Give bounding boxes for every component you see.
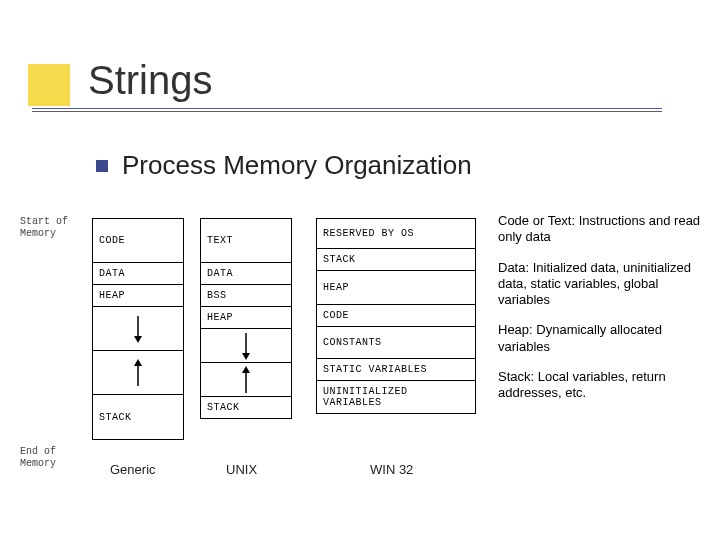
seg-win32-code: CODE (317, 305, 475, 327)
end-of-memory-label: End of Memory (20, 446, 56, 470)
seg-win32-uninit: UNINITIALIZED VARIABLES (317, 381, 475, 413)
column-label-win32: WIN 32 (370, 462, 413, 477)
seg-generic-data: DATA (93, 263, 183, 285)
slide-title: Strings (18, 58, 213, 103)
desc-heap: Heap: Dynamically allocated variables (498, 322, 703, 355)
seg-generic-code: CODE (93, 219, 183, 263)
seg-generic-stack: STACK (93, 395, 183, 439)
seg-generic-down-arrow-icon (93, 307, 183, 351)
column-generic: CODE DATA HEAP STACK (92, 218, 184, 440)
slide-title-block: Strings (18, 58, 213, 103)
svg-marker-1 (134, 336, 142, 343)
seg-unix-down-arrow-icon (201, 329, 291, 363)
bullet-square-icon (96, 160, 108, 172)
title-underline (32, 108, 662, 109)
seg-unix-data: DATA (201, 263, 291, 285)
column-label-unix: UNIX (226, 462, 257, 477)
desc-stack: Stack: Local variables, return addresses… (498, 369, 703, 402)
column-win32: RESERVED BY OS STACK HEAP CODE CONSTANTS… (316, 218, 476, 414)
desc-code: Code or Text: Instructions and read only… (498, 213, 703, 246)
seg-win32-constants: CONSTANTS (317, 327, 475, 359)
seg-win32-reserved: RESERVED BY OS (317, 219, 475, 249)
seg-unix-stack: STACK (201, 397, 291, 418)
seg-generic-heap: HEAP (93, 285, 183, 307)
seg-generic-up-arrow-icon (93, 351, 183, 395)
seg-unix-text: TEXT (201, 219, 291, 263)
seg-unix-up-arrow-icon (201, 363, 291, 397)
slide-subtitle: Process Memory Organization (122, 150, 472, 181)
svg-marker-3 (134, 359, 142, 366)
seg-win32-static: STATIC VARIABLES (317, 359, 475, 381)
seg-unix-heap: HEAP (201, 307, 291, 329)
descriptions: Code or Text: Instructions and read only… (498, 213, 703, 415)
start-of-memory-label: Start of Memory (20, 216, 68, 240)
memory-diagram: Start of Memory End of Memory CODE DATA … (20, 210, 520, 490)
svg-marker-7 (242, 366, 250, 373)
desc-data: Data: Initialized data, uninitialized da… (498, 260, 703, 309)
seg-win32-heap: HEAP (317, 271, 475, 305)
svg-marker-5 (242, 353, 250, 360)
column-label-generic: Generic (110, 462, 156, 477)
seg-win32-stack: STACK (317, 249, 475, 271)
column-unix: TEXT DATA BSS HEAP STACK (200, 218, 292, 419)
bullet-row: Process Memory Organization (96, 150, 472, 181)
seg-unix-bss: BSS (201, 285, 291, 307)
